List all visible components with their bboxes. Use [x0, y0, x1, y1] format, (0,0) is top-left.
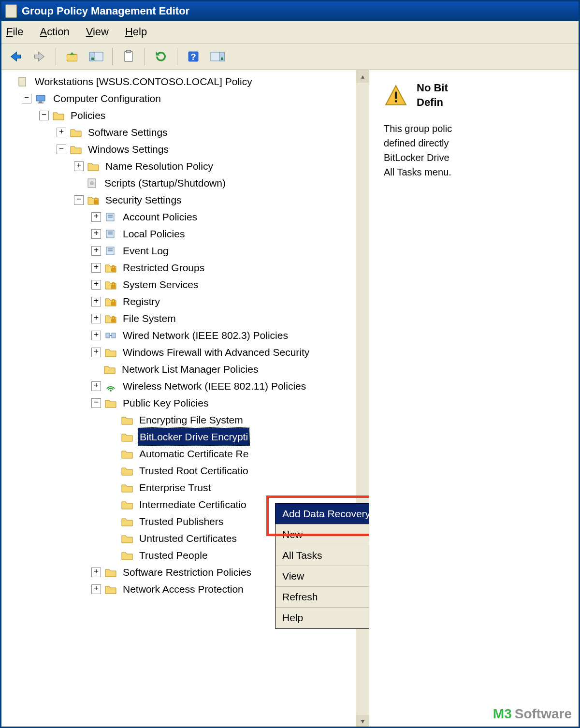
- collapse-icon[interactable]: −: [39, 111, 49, 120]
- tree-node-label: Computer Configuration: [52, 89, 162, 107]
- ctx-item-label: Add Data Recovery Agent...: [282, 508, 369, 520]
- expand-icon[interactable]: +: [91, 280, 101, 290]
- tree-node-label: Registry: [121, 292, 161, 310]
- expand-icon[interactable]: +: [91, 331, 101, 340]
- expand-icon[interactable]: +: [91, 297, 101, 306]
- watermark-software: Software: [515, 706, 572, 722]
- ctx-view[interactable]: View ▶: [276, 566, 369, 586]
- ctx-all-tasks[interactable]: All Tasks ▶: [276, 545, 369, 566]
- folder-icon: [121, 533, 133, 544]
- tree-node-root[interactable]: Workstations [WSUS.CONTOSO.LOCAL] Policy: [4, 73, 369, 90]
- tree-node-bde[interactable]: BitLocker Drive Encrypti: [4, 428, 369, 445]
- tree-node-reg[interactable]: +Registry: [4, 293, 369, 310]
- doc-icon: [17, 76, 29, 87]
- svg-rect-11: [395, 92, 397, 99]
- details-pane: No Bit Defin This group polic defined di…: [369, 70, 579, 728]
- expand-icon[interactable]: +: [91, 229, 101, 239]
- tree-node-label: Windows Firewall with Advanced Security: [121, 343, 311, 361]
- back-button[interactable]: [4, 46, 27, 67]
- expand-icon[interactable]: +: [91, 568, 101, 577]
- tree-node-label: Trusted Root Certificatio: [138, 462, 250, 480]
- menu-view[interactable]: View: [86, 26, 109, 38]
- svg-text:?: ?: [190, 52, 196, 62]
- ctx-refresh[interactable]: Refresh: [276, 586, 369, 607]
- expand-icon[interactable]: +: [91, 314, 101, 323]
- folder-icon: [121, 499, 133, 510]
- expand-icon[interactable]: +: [91, 246, 101, 256]
- collapse-icon[interactable]: −: [57, 145, 66, 154]
- ctx-help[interactable]: Help: [276, 607, 369, 628]
- toolbar-separator: [177, 48, 177, 65]
- expand-icon[interactable]: +: [91, 381, 101, 391]
- tree-node-acr[interactable]: Automatic Certificate Re: [4, 445, 369, 462]
- menu-help[interactable]: Help: [125, 26, 147, 38]
- refresh-button[interactable]: [150, 46, 172, 67]
- tree-pane: Workstations [WSUS.CONTOSO.LOCAL] Policy…: [1, 70, 369, 728]
- tree-node-nlm[interactable]: Network List Manager Policies: [4, 361, 369, 378]
- tree-node-ent[interactable]: Enterprise Trust: [4, 479, 369, 496]
- titlebar: Group Policy Management Editor: [1, 1, 579, 21]
- expand-icon[interactable]: +: [91, 263, 101, 273]
- scroll-up-icon[interactable]: ▴: [356, 70, 369, 83]
- tree-node-sec[interactable]: −Security Settings: [4, 191, 369, 208]
- tree-node-trc[interactable]: Trusted Root Certificatio: [4, 462, 369, 479]
- forward-button[interactable]: [29, 46, 51, 67]
- tree-node-ws[interactable]: −Windows Settings: [4, 141, 369, 158]
- tree-node-wn11[interactable]: +Wireless Network (IEEE 802.11) Policies: [4, 378, 369, 394]
- tree-node-label: Trusted Publishers: [138, 512, 225, 530]
- tree-node-label: Security Settings: [104, 191, 183, 209]
- expander-blank: [109, 483, 117, 492]
- tree-node-cc[interactable]: −Computer Configuration: [4, 90, 369, 107]
- expand-icon[interactable]: +: [91, 584, 101, 594]
- tree-node-wn3[interactable]: +Wired Network (IEEE 802.3) Policies: [4, 327, 369, 344]
- properties-button[interactable]: [117, 46, 140, 67]
- tree[interactable]: Workstations [WSUS.CONTOSO.LOCAL] Policy…: [1, 70, 369, 728]
- scroll-down-icon[interactable]: ▾: [356, 715, 369, 728]
- tree-node-acc[interactable]: +Account Policies: [4, 208, 369, 225]
- expand-icon[interactable]: +: [57, 128, 66, 137]
- collapse-icon[interactable]: −: [22, 94, 31, 103]
- tree-node-rg[interactable]: +Restricted Groups: [4, 259, 369, 276]
- folder-icon: [121, 516, 133, 527]
- help-button[interactable]: ?: [182, 46, 204, 67]
- tree-node-evl[interactable]: +Event Log: [4, 242, 369, 259]
- computer-icon: [35, 93, 47, 104]
- collapse-icon[interactable]: −: [91, 398, 101, 408]
- folder-icon: [121, 482, 133, 493]
- details-heading: No Bit Defin: [417, 81, 448, 110]
- tree-node-pkp[interactable]: −Public Key Policies: [4, 394, 369, 411]
- details-pane-button[interactable]: [206, 46, 229, 67]
- ctx-add-data-recovery-agent[interactable]: Add Data Recovery Agent...: [276, 504, 369, 524]
- collapse-icon[interactable]: −: [74, 195, 84, 205]
- tree-node-fw[interactable]: +Windows Firewall with Advanced Security: [4, 344, 369, 361]
- expand-icon[interactable]: +: [91, 212, 101, 222]
- tree-node-efs[interactable]: Encrypting File System: [4, 411, 369, 428]
- net-wifi-icon: [105, 381, 116, 392]
- details-body: This group polic defined directly BitLoc…: [384, 121, 568, 179]
- ctx-item-label: View: [282, 570, 304, 582]
- toolbar-separator: [112, 48, 113, 65]
- net-wired-icon: [105, 330, 116, 341]
- tree-node-label: Trusted People: [138, 546, 209, 564]
- tree-node-ss[interactable]: +Software Settings: [4, 124, 369, 141]
- tree-node-label: System Services: [121, 276, 200, 293]
- menu-file[interactable]: File: [6, 26, 23, 38]
- up-folder-button[interactable]: [61, 46, 83, 67]
- tree-node-label: Software Restriction Policies: [121, 563, 253, 581]
- tree-node-label: Policies: [69, 106, 107, 124]
- tree-node-ssv[interactable]: +System Services: [4, 276, 369, 293]
- expand-icon[interactable]: +: [74, 161, 84, 171]
- tree-node-nrp[interactable]: +Name Resolution Policy: [4, 158, 369, 175]
- folder-icon: [121, 466, 133, 476]
- tree-node-scr[interactable]: Scripts (Startup/Shutdown): [4, 175, 369, 191]
- ctx-new[interactable]: New ▶: [276, 524, 369, 545]
- tree-node-pol[interactable]: −Policies: [4, 107, 369, 124]
- tree-scrollbar[interactable]: ▴ ▾: [356, 70, 369, 728]
- folder-icon: [53, 110, 64, 121]
- show-hide-tree-button[interactable]: [85, 46, 107, 67]
- tree-node-loc[interactable]: +Local Policies: [4, 225, 369, 242]
- menu-action[interactable]: Action: [40, 26, 69, 38]
- tree-node-fs[interactable]: +File System: [4, 310, 369, 327]
- expand-icon[interactable]: +: [91, 348, 101, 357]
- tree-node-label: Public Key Policies: [121, 394, 210, 412]
